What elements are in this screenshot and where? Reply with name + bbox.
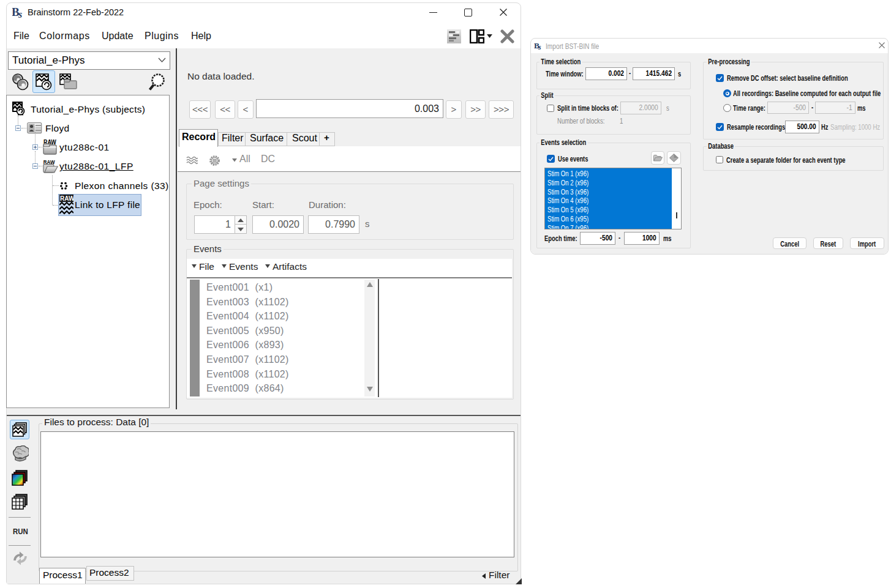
svg-text:s: s [18,9,22,18]
svg-text:RAW: RAW [60,195,73,202]
svg-text:s: s [538,43,541,50]
